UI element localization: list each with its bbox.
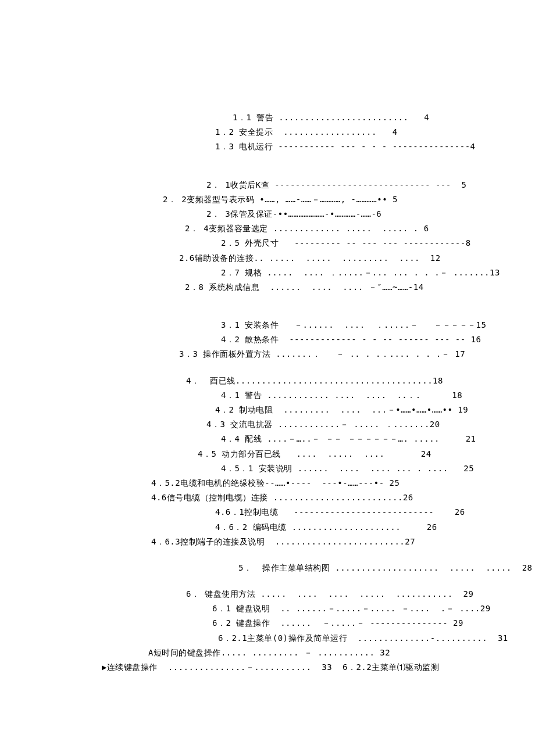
toc-entry: 2．7 规格 ..... .... ．.....－... ... . . .－ … — [47, 266, 488, 280]
toc-entry: 6．1 键盘说明 .. ......－.....－..... －.... .－ … — [47, 601, 488, 616]
toc-entry: 6．2.1主菜单(0)操作及简单运行 ..............-......… — [47, 631, 488, 646]
toc-entry: 2． 4变频器容量选定 ............. ..... ..... . … — [47, 221, 488, 236]
toc-entry: 4.6．1控制电缆 --------------------------- 26 — [47, 505, 488, 519]
toc-entry: 1．3 电机运行 ----------- --- - - - ---------… — [47, 139, 488, 154]
toc-entry: 2． 3保管及保证-••…………………-•…………-……-6 — [47, 207, 488, 221]
toc-spacer — [47, 549, 488, 561]
toc-entry: A短时间的键盘操作..... ......... － ........... 3… — [47, 646, 488, 660]
toc-entry: 4．6.3控制端子的连接及说明 ........................… — [47, 535, 488, 549]
toc-spacer — [47, 362, 488, 374]
toc-entry: 1．1 警告 ......................... 4 — [47, 110, 488, 125]
toc-entry: 5． 操作主菜单结构图 .................... ..... .… — [47, 561, 488, 575]
toc-spacer — [47, 575, 488, 587]
toc-entry: 4．4 配线 ....－…..－ －－ －－－－－－…. ..... 21 — [47, 432, 488, 446]
toc-entry: 6．2 键盘操作 ...... －.....－ --------------- … — [47, 616, 488, 630]
toc-entry: 4．1 警告 ............ .... .... ..．. 18 — [47, 388, 488, 403]
toc-entry: 4.6信号电缆（控制电缆）连接 ........................… — [47, 490, 488, 505]
toc-entry: 4．5 动力部分百已线 .... ..... .... 24 — [47, 447, 488, 461]
toc-entry: 2.6辅助设备的连接.. ..... ..... ......... .... … — [47, 251, 488, 266]
toc-entry: 3．1 安装条件 －...... .... ．.....－ －－－－－15 — [47, 318, 488, 332]
table-of-contents: 1．1 警告 ......................... 41．2 安全… — [47, 110, 488, 675]
toc-entry: 3．3 操作面板外置方法 .......． － .. . .．.... . . … — [47, 347, 488, 361]
toc-entry: 2． 1收货后K查 ------------------------------… — [47, 178, 488, 192]
toc-spacer — [47, 295, 488, 318]
toc-entry: 4．5.2电缆和电机的绝缘校验--……•---- ---•-……---•- 25 — [47, 476, 488, 490]
toc-entry: 6． 键盘使用方法 ..... .... .... ..... ........… — [47, 587, 488, 601]
toc-entry: 2． 2变频器型号表示码 •……, ……-……－…………, -…………•• 5 — [47, 192, 488, 207]
toc-entry: 4．5．1 安装说明 ...... .... .... ... . .... 2… — [47, 461, 488, 476]
toc-entry: 2．8 系统构成信息 ...... .... .... －″……~……-14 — [47, 280, 488, 295]
toc-entry: 4．2 制动电阻 ......... .... ...－•……•……•……•• … — [47, 403, 488, 417]
toc-entry: 4．6．2 编码电缆 ..................... 26 — [47, 520, 488, 535]
toc-spacer — [47, 155, 488, 178]
toc-page: 1．1 警告 ......................... 41．2 安全… — [0, 0, 535, 721]
toc-entry: 4．3 交流电抗器 ............－ ..... ．.......20 — [47, 417, 488, 432]
toc-entry: 2．5 外壳尺寸 --------- -- --- --- ----------… — [47, 236, 488, 250]
toc-entry: 4．2 散热条件 ------------- - - -- ------ ---… — [47, 332, 488, 347]
toc-entry: 4． 酉已线..................................… — [47, 374, 488, 388]
toc-entry: 1．2 安全提示 .................. 4 — [47, 125, 488, 139]
toc-entry: ▶连续键盘操作 ...............－........... 33 6… — [47, 660, 488, 675]
